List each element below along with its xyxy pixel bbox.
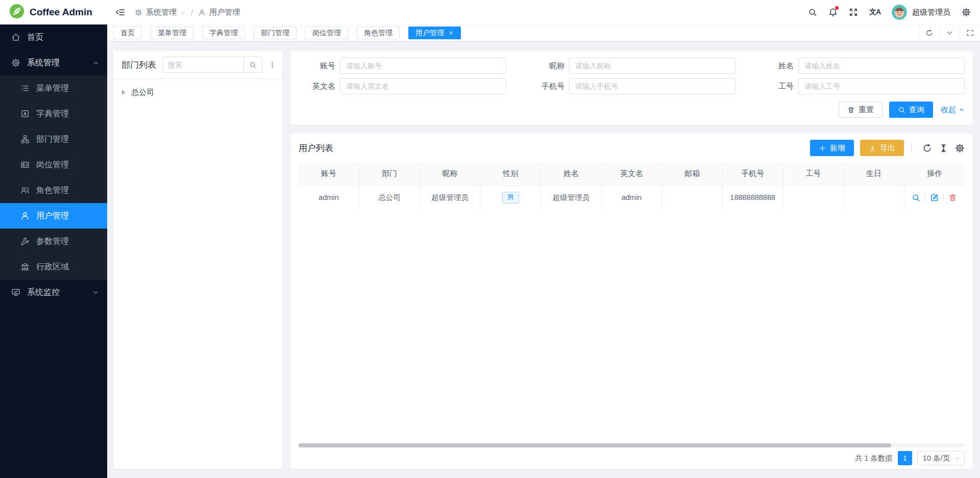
cell-birthday — [844, 185, 904, 210]
main-area: 系统管理 / 用户管理 文A 超级管理员 — [107, 0, 980, 478]
table-row[interactable]: admin 总公司 超级管理员 男 超级管理员 admin 1888888888… — [299, 185, 965, 210]
export-button[interactable]: 导出 — [860, 140, 904, 156]
col-dept: 部门 — [359, 163, 420, 185]
cell-gender: 男 — [480, 185, 541, 210]
bank-icon — [20, 262, 30, 271]
col-en-name: 英文名 — [601, 163, 662, 185]
app-logo: Coffee Admin — [0, 0, 107, 24]
tab-post-management[interactable]: 岗位管理 — [305, 27, 348, 39]
column-settings-gear-icon[interactable] — [955, 143, 965, 153]
job-no-input[interactable] — [798, 78, 965, 94]
translate-icon[interactable]: 文A — [869, 8, 880, 17]
sidebar-item-label: 菜单管理 — [36, 83, 69, 94]
name-input[interactable] — [798, 58, 965, 74]
breadcrumb-item-system[interactable]: 系统管理 — [146, 8, 177, 17]
tab-label: 菜单管理 — [158, 29, 186, 38]
search-icon[interactable] — [808, 8, 817, 17]
divider — [925, 194, 925, 201]
app-root: Coffee Admin 首页 系统管理 菜单管理 字典管理 — [0, 0, 980, 478]
caret-right-icon[interactable] — [120, 89, 127, 95]
department-search-button[interactable] — [243, 57, 262, 72]
collapse-filter-link[interactable]: 收起 — [941, 105, 965, 115]
en-name-input[interactable] — [340, 78, 506, 94]
page-number-1[interactable]: 1 — [898, 451, 912, 465]
tab-dict-management[interactable]: 字典管理 — [202, 27, 245, 39]
breadcrumb: 系统管理 / 用户管理 — [135, 8, 240, 17]
gear-icon — [135, 9, 142, 16]
sidebar-item-menu-management[interactable]: 菜单管理 — [0, 76, 107, 101]
gear-icon — [11, 58, 20, 67]
view-row-icon[interactable] — [912, 193, 920, 202]
sidebar-item-param-management[interactable]: 参数管理 — [0, 229, 107, 254]
user-icon — [20, 211, 30, 220]
tab-role-management[interactable]: 角色管理 — [357, 27, 400, 39]
export-button-label: 导出 — [880, 143, 895, 153]
tab-options-chevron-icon[interactable] — [939, 25, 960, 41]
users-icon — [20, 186, 30, 195]
add-user-button[interactable]: 新增 — [810, 140, 854, 156]
sidebar-fold-icon[interactable] — [115, 7, 126, 17]
sidebar-item-label: 角色管理 — [36, 185, 69, 196]
tab-user-management[interactable]: 用户管理 — [408, 27, 461, 39]
breadcrumb-separator: / — [191, 8, 193, 17]
delete-row-icon[interactable] — [948, 193, 957, 202]
divider — [911, 143, 912, 153]
tab-close-icon[interactable] — [448, 30, 454, 36]
scrollbar-thumb[interactable] — [299, 443, 891, 447]
tab-label: 部门管理 — [261, 29, 289, 38]
topbar-actions: 文A 超级管理员 — [808, 5, 971, 20]
reset-button[interactable]: 重置 — [839, 102, 883, 118]
kebab-menu-icon[interactable] — [268, 61, 276, 69]
refresh-tab-icon[interactable] — [919, 25, 939, 41]
gender-tag: 男 — [502, 192, 519, 204]
chevron-down-icon — [180, 10, 186, 15]
cell-en-name: admin — [601, 185, 662, 210]
col-email: 邮箱 — [662, 163, 723, 185]
tab-label: 用户管理 — [415, 29, 444, 38]
pagination-total: 共 1 条数据 — [855, 454, 893, 463]
department-search-input[interactable] — [163, 57, 243, 72]
sidebar-item-home[interactable]: 首页 — [0, 24, 107, 50]
sidebar-item-label: 字典管理 — [36, 109, 69, 119]
tree-node-head-office[interactable]: 总公司 — [120, 85, 275, 100]
tab-dept-management[interactable]: 部门管理 — [254, 27, 297, 39]
sidebar-item-role-management[interactable]: 角色管理 — [0, 178, 107, 203]
pagination: 共 1 条数据 1 10 条/页 — [855, 451, 965, 465]
list-icon — [20, 84, 30, 93]
tab-label: 字典管理 — [209, 29, 238, 38]
field-job-no: 工号 — [757, 78, 965, 94]
sidebar-item-label: 系统监控 — [27, 287, 60, 298]
tab-menu-management[interactable]: 菜单管理 — [151, 27, 193, 39]
page-size-select[interactable]: 10 条/页 — [917, 451, 965, 465]
department-panel-title: 部门列表 — [121, 59, 156, 71]
user-icon — [198, 9, 206, 16]
add-button-label: 新增 — [830, 143, 845, 153]
sidebar-item-post-management[interactable]: 岗位管理 — [0, 152, 107, 178]
id-card-icon — [20, 160, 30, 169]
notification-bell-icon[interactable] — [828, 8, 838, 17]
field-label: 英文名 — [299, 82, 335, 91]
account-input[interactable] — [340, 58, 506, 74]
nickname-input[interactable] — [569, 58, 736, 74]
avatar[interactable] — [892, 5, 907, 20]
search-button[interactable]: 查询 — [889, 102, 933, 118]
page-size-label: 10 条/页 — [923, 454, 950, 463]
current-user-name[interactable]: 超级管理员 — [912, 8, 950, 17]
phone-input[interactable] — [569, 78, 736, 94]
department-panel: 部门列表 总公司 — [113, 51, 282, 469]
maximize-content-icon[interactable] — [960, 25, 980, 41]
sidebar-item-dict-management[interactable]: 字典管理 — [0, 101, 107, 127]
horizontal-scrollbar[interactable] — [299, 443, 965, 447]
sidebar-item-user-management[interactable]: 用户管理 — [0, 203, 107, 229]
refresh-table-icon[interactable] — [922, 143, 932, 153]
edit-row-icon[interactable] — [930, 193, 939, 202]
settings-gear-icon[interactable] — [962, 8, 971, 17]
tab-home[interactable]: 首页 — [113, 27, 142, 39]
sidebar-item-admin-region[interactable]: 行政区域 — [0, 254, 107, 280]
sidebar-item-system-management[interactable]: 系统管理 — [0, 50, 107, 76]
sidebar-item-system-monitor[interactable]: 系统监控 — [0, 280, 107, 305]
fullscreen-icon[interactable] — [849, 8, 858, 17]
breadcrumb-item-user: 用户管理 — [209, 8, 240, 17]
sidebar-item-dept-management[interactable]: 部门管理 — [0, 127, 107, 152]
row-height-icon[interactable] — [939, 143, 948, 153]
